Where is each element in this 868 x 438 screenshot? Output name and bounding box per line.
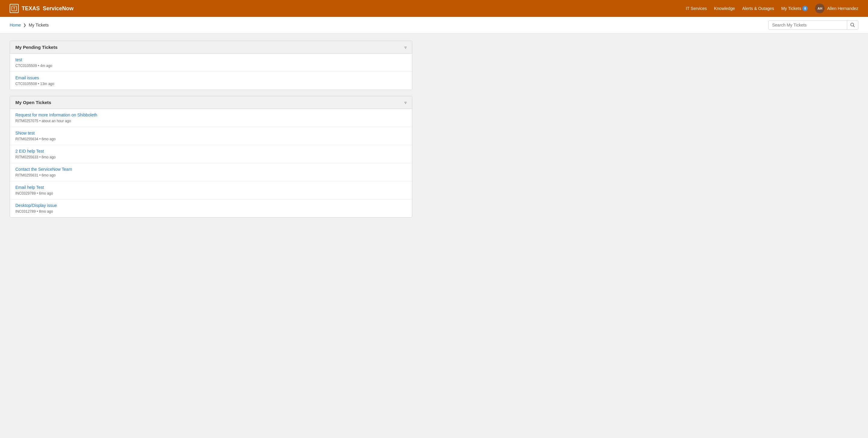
search-input[interactable] xyxy=(769,21,847,29)
ticket-meta: RITM0255633 • 6mo ago xyxy=(16,155,56,159)
open-tickets-section: My Open Tickets ▿ Request for more Infor… xyxy=(10,96,412,217)
ticket-title[interactable]: Request for more Information on Shibbole… xyxy=(16,113,407,117)
pending-filter-icon[interactable]: ▿ xyxy=(404,45,407,50)
ticket-title[interactable]: 2 EID help Test xyxy=(16,149,407,153)
open-section-header: My Open Tickets ▿ xyxy=(10,96,412,109)
ticket-meta: CTC0105509 • 4m ago xyxy=(16,64,52,68)
open-section-title: My Open Tickets xyxy=(16,100,51,105)
ticket-title[interactable]: Contact the ServiceNow Team xyxy=(16,167,407,172)
ticket-item[interactable]: Contact the ServiceNow Team RITM0255631 … xyxy=(10,163,412,181)
ticket-meta: CTC0105508 • 13m ago xyxy=(16,82,54,86)
search-box xyxy=(768,21,858,30)
breadcrumb-home[interactable]: Home xyxy=(10,23,21,27)
pending-tickets-list: test CTC0105509 • 4m ago Email issues CT… xyxy=(10,54,412,90)
breadcrumb-current: My Tickets xyxy=(29,23,49,27)
search-button[interactable] xyxy=(847,21,858,29)
breadcrumb-area: Home ❯ My Tickets xyxy=(0,17,868,33)
user-menu[interactable]: AH Allen Hernandez xyxy=(815,4,858,13)
nav-knowledge[interactable]: Knowledge xyxy=(714,6,735,11)
ticket-title[interactable]: SNow test xyxy=(16,130,407,136)
nav-my-tickets-label: My Tickets xyxy=(781,6,801,11)
nav-it-services[interactable]: IT Services xyxy=(686,6,707,11)
main-nav: IT Services Knowledge Alerts & Outages M… xyxy=(686,4,858,13)
ticket-item[interactable]: test CTC0105509 • 4m ago xyxy=(10,54,412,72)
ticket-meta: INC0329789 • 6mo ago xyxy=(16,191,53,196)
pending-section-header: My Pending Tickets ▿ xyxy=(10,41,412,54)
avatar: AH xyxy=(815,4,825,13)
ticket-title[interactable]: test xyxy=(16,57,407,62)
logo-text: TEXAS xyxy=(22,5,40,12)
app-name: ServiceNow xyxy=(43,5,73,12)
breadcrumb-separator: ❯ xyxy=(23,23,26,27)
pending-tickets-section: My Pending Tickets ▿ test CTC0105509 • 4… xyxy=(10,41,412,90)
breadcrumb: Home ❯ My Tickets xyxy=(10,23,49,27)
ticket-title[interactable]: Desktop/Display issue xyxy=(16,203,407,208)
open-filter-icon[interactable]: ▿ xyxy=(404,100,407,105)
ticket-meta: RITM0255634 • 6mo ago xyxy=(16,137,56,141)
logo-area: T TEXAS ServiceNow xyxy=(10,4,73,13)
pending-section-title: My Pending Tickets xyxy=(16,45,58,50)
nav-my-tickets[interactable]: My Tickets 8 xyxy=(781,6,808,11)
nav-alerts-outages[interactable]: Alerts & Outages xyxy=(742,6,774,11)
logo-icon: T xyxy=(10,4,19,13)
ticket-item[interactable]: SNow test RITM0255634 • 6mo ago xyxy=(10,127,412,145)
ticket-item[interactable]: Desktop/Display issue INC0312789 • 8mo a… xyxy=(10,199,412,217)
ticket-meta: INC0312789 • 8mo ago xyxy=(16,209,53,213)
ticket-item[interactable]: 2 EID help Test RITM0255633 • 6mo ago xyxy=(10,145,412,163)
ticket-title[interactable]: Email help Test xyxy=(16,185,407,190)
site-header: T TEXAS ServiceNow IT Services Knowledge… xyxy=(0,0,868,17)
open-tickets-list: Request for more Information on Shibbole… xyxy=(10,109,412,217)
svg-text:T: T xyxy=(13,7,15,10)
ticket-item[interactable]: Request for more Information on Shibbole… xyxy=(10,109,412,127)
search-icon xyxy=(850,23,855,27)
tickets-count-badge: 8 xyxy=(802,6,808,11)
main-content: My Pending Tickets ▿ test CTC0105509 • 4… xyxy=(0,33,422,231)
svg-line-3 xyxy=(854,26,855,27)
ticket-meta: RITM0255631 • 6mo ago xyxy=(16,173,56,177)
ticket-item[interactable]: Email help Test INC0329789 • 6mo ago xyxy=(10,181,412,199)
user-name: Allen Hernandez xyxy=(827,6,858,11)
ticket-meta: RITM0257075 • about an hour ago xyxy=(16,119,71,123)
ticket-title[interactable]: Email issues xyxy=(16,76,407,80)
ticket-item[interactable]: Email issues CTC0105508 • 13m ago xyxy=(10,72,412,90)
